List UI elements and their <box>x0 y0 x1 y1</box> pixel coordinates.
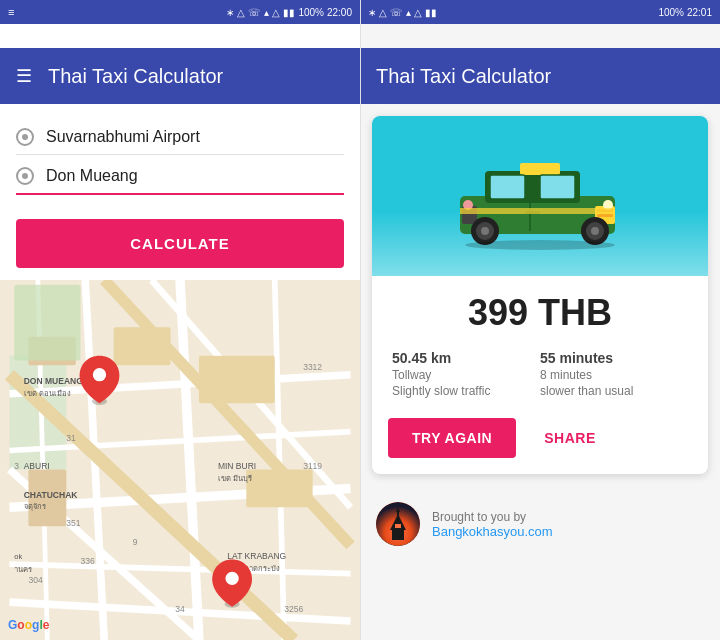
svg-text:3119: 3119 <box>303 461 322 471</box>
svg-rect-50 <box>490 175 525 199</box>
destination-row <box>16 159 344 195</box>
branding-section: Brought to you by Bangkokhasyou.com <box>360 486 720 562</box>
try-again-label: TRY AGAIN <box>412 430 492 446</box>
taxi-illustration <box>372 116 708 276</box>
svg-text:เขต ดอนเมือง: เขต ดอนเมือง <box>24 389 71 398</box>
status-icons-left: ∗ △ ☏ ▴ △ ▮▮ 100% 22:00 <box>226 7 352 18</box>
svg-text:304: 304 <box>28 575 42 585</box>
signal-icon: △ <box>237 7 245 18</box>
time-battery-right: 100% 22:01 <box>658 7 712 18</box>
temple-icon <box>376 502 420 546</box>
svg-text:31: 31 <box>66 433 76 443</box>
panel-divider <box>360 0 361 640</box>
distance-text: 50.45 km <box>392 350 540 366</box>
alarm-icon: ☏ <box>248 7 261 18</box>
svg-text:DON MUEANG: DON MUEANG <box>24 376 84 386</box>
svg-text:ok: ok <box>14 552 22 561</box>
taxi-image <box>440 141 640 251</box>
svg-point-45 <box>225 572 238 585</box>
hamburger-icon: ≡ <box>8 6 14 18</box>
menu-icon[interactable]: ☰ <box>16 65 32 87</box>
origin-input[interactable] <box>46 128 344 146</box>
try-again-button[interactable]: TRY AGAIN <box>388 418 516 458</box>
branding-text: Brought to you by Bangkokhasyou.com <box>432 510 553 539</box>
tollway-value-text: 8 minutes <box>540 368 688 382</box>
svg-text:34: 34 <box>175 604 185 614</box>
battery-percent-right: 100% <box>658 7 684 18</box>
signal-bars-right: ▮▮ <box>425 7 437 18</box>
bluetooth-icon: ∗ <box>226 7 234 18</box>
origin-row <box>16 120 344 155</box>
svg-rect-17 <box>199 356 275 403</box>
input-section <box>0 104 360 207</box>
signal-icon-right: △ <box>379 7 387 18</box>
signal-bars: ▮▮ <box>283 7 295 18</box>
battery-percent-left: 100% <box>298 7 324 18</box>
app-title-right: Thai Taxi Calculator <box>376 65 551 88</box>
wifi-icon-right: ▴ <box>406 7 411 18</box>
svg-point-43 <box>93 368 106 381</box>
svg-text:351: 351 <box>66 518 80 528</box>
svg-text:3256: 3256 <box>284 604 303 614</box>
branding-icon <box>376 502 420 546</box>
traffic-value-text: slower than usual <box>540 384 688 398</box>
duration-text: 55 minutes <box>540 350 688 366</box>
svg-point-63 <box>591 227 599 235</box>
app-bar-left: ☰ Thai Taxi Calculator <box>0 48 360 104</box>
svg-text:CHATUCHAK: CHATUCHAK <box>24 490 79 500</box>
time-left: 22:00 <box>327 7 352 18</box>
svg-rect-19 <box>246 469 312 507</box>
status-bar-right: ∗ △ ☏ ▴ △ ▮▮ 100% 22:01 <box>360 0 720 24</box>
svg-rect-69 <box>460 208 615 214</box>
svg-text:จตุจักร: จตุจักร <box>24 502 46 511</box>
tollway-label: Tollway <box>392 368 540 382</box>
distance-value: 50.45 km <box>392 350 540 366</box>
google-logo: Google <box>8 618 49 632</box>
app-bar-right: Thai Taxi Calculator <box>360 48 720 104</box>
price-amount: 399 THB <box>468 292 612 333</box>
wifi-icon: ▴ <box>264 7 269 18</box>
svg-text:3312: 3312 <box>303 362 322 372</box>
traffic-label-text: Slightly slow traffic <box>392 384 540 398</box>
data-icon: △ <box>272 7 280 18</box>
branding-link[interactable]: Bangkokhasyou.com <box>432 524 553 539</box>
destination-input[interactable] <box>46 167 344 185</box>
stats-grid: 50.45 km 55 minutes Tollway 8 minutes Sl… <box>372 342 708 406</box>
svg-text:3: 3 <box>14 461 19 471</box>
result-card: 399 THB 50.45 km 55 minutes Tollway 8 mi… <box>372 116 708 474</box>
svg-point-66 <box>481 227 489 235</box>
svg-text:เขต มีนบุรี: เขต มีนบุรี <box>218 474 252 483</box>
destination-dot-icon <box>16 167 34 185</box>
svg-text:9: 9 <box>133 537 138 547</box>
svg-text:านคร: านคร <box>14 565 32 574</box>
origin-dot-icon <box>16 128 34 146</box>
svg-text:ABURI: ABURI <box>24 461 50 471</box>
map-container[interactable]: 3312 3119 3256 304 351 9 34 3 31 336 DON… <box>0 280 360 640</box>
svg-text:336: 336 <box>81 556 95 566</box>
branding-label: Brought to you by <box>432 510 553 524</box>
svg-rect-71 <box>392 530 404 540</box>
calculate-button[interactable]: CALCULATE <box>16 219 344 268</box>
duration-value: 55 minutes <box>540 350 688 366</box>
svg-rect-15 <box>114 327 171 365</box>
calculate-label: CALCULATE <box>130 235 230 252</box>
share-button[interactable]: SHARE <box>528 418 612 458</box>
svg-rect-49 <box>520 163 560 175</box>
right-panel: ∗ △ ☏ ▴ △ ▮▮ 100% 22:01 Thai Taxi Calcul… <box>360 0 720 640</box>
tollway-label-text: Tollway <box>392 368 540 382</box>
price-section: 399 THB <box>372 276 708 342</box>
traffic-value: slower than usual <box>540 384 688 398</box>
status-bar-left: ≡ ∗ △ ☏ ▴ △ ▮▮ 100% 22:00 <box>0 0 360 24</box>
svg-rect-51 <box>540 175 575 199</box>
status-icons-right: ∗ △ ☏ ▴ △ ▮▮ <box>368 7 437 18</box>
time-right: 22:01 <box>687 7 712 18</box>
action-row: TRY AGAIN SHARE <box>372 406 708 474</box>
left-panel: ≡ ∗ △ ☏ ▴ △ ▮▮ 100% 22:00 ☰ Thai Taxi Ca… <box>0 0 360 640</box>
bluetooth-icon-right: ∗ <box>368 7 376 18</box>
svg-rect-20 <box>14 285 80 361</box>
map-svg: 3312 3119 3256 304 351 9 34 3 31 336 DON… <box>0 280 360 640</box>
svg-rect-56 <box>597 214 613 217</box>
data-icon-right: △ <box>414 7 422 18</box>
share-label: SHARE <box>544 430 596 446</box>
svg-rect-73 <box>395 524 401 528</box>
